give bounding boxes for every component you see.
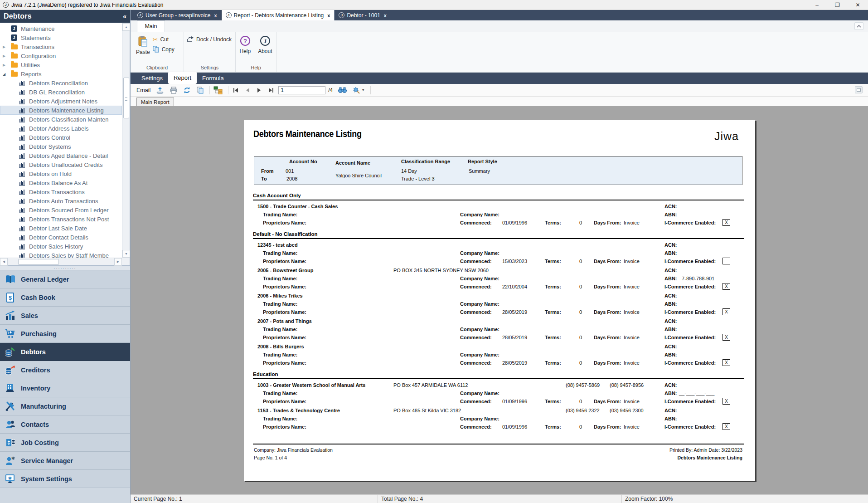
sidebar-item-debtors-sales-by-staff-membe[interactable]: Debtors Sales by Staff Membe: [0, 251, 122, 258]
sidebar-item-debtor-address-labels[interactable]: Debtor Address Labels: [0, 124, 122, 133]
zoom-button[interactable]: ▼: [352, 87, 365, 94]
minimize-button[interactable]: –: [807, 0, 827, 10]
panel-button[interactable]: [855, 86, 863, 93]
paste-button[interactable]: Paste: [133, 34, 153, 65]
sidebar-item-debtors-reconciliation[interactable]: Debtors Reconciliation: [0, 78, 122, 88]
sidebar-item-debtors-control[interactable]: Debtors Control: [0, 133, 122, 142]
sidebar-item-debtors-adjustment-notes[interactable]: Debtors Adjustment Notes: [0, 97, 122, 106]
sidebar-item-debtors-auto-transactions[interactable]: Debtors Auto Transactions: [0, 196, 122, 205]
sidebar-item-maintenance[interactable]: JMaintenance: [0, 24, 122, 33]
company-name-label: Company Name:: [460, 301, 499, 307]
tab-settings[interactable]: Settings: [136, 73, 168, 84]
tab-close-icon[interactable]: x: [214, 13, 217, 18]
module-debtors[interactable]: Debtors: [0, 343, 130, 361]
dock-undock-button[interactable]: Dock / Undock: [187, 34, 232, 65]
ribbon-tab-main[interactable]: Main: [137, 20, 165, 32]
sidebar-item-debtor-contact-details[interactable]: Debtor Contact Details: [0, 233, 122, 242]
days-from-value: Invoice: [624, 220, 640, 225]
module-contacts[interactable]: Contacts: [0, 415, 130, 434]
expand-arrow-icon[interactable]: ▶: [3, 54, 7, 58]
print-button[interactable]: [170, 87, 178, 94]
document-tab-bar: JUser Group - resapiInvoicexJReport - De…: [131, 10, 868, 20]
expand-arrow-icon[interactable]: ▶: [3, 45, 7, 49]
zoom-dropdown-icon[interactable]: ▼: [361, 88, 365, 92]
find-button[interactable]: [338, 87, 347, 93]
tab-close-icon[interactable]: x: [384, 13, 387, 18]
paste-icon: [137, 35, 149, 47]
sidebar-item-debtor-systems[interactable]: Debtor Systems: [0, 142, 122, 151]
module-purchasing[interactable]: Purchasing: [0, 325, 130, 343]
sidebar-item-debtors-on-hold[interactable]: Debtors on Hold: [0, 169, 122, 178]
icommerce-label: I-Commerce Enabled:: [664, 360, 716, 366]
scroll-left-icon[interactable]: ◀: [0, 258, 8, 266]
prev-page-button[interactable]: [246, 88, 250, 93]
group-tree-toggle-button[interactable]: [213, 86, 223, 94]
sidebar-item-debtors-classification-mainten[interactable]: Debtors Classification Mainten: [0, 115, 122, 124]
entry-account-name: 2005 - Bowstreet Group: [257, 268, 313, 273]
sidebar-item-debtors-transactions[interactable]: Debtors Transactions: [0, 187, 122, 196]
sidebar-item-debtors-balance-as-at[interactable]: Debtors Balance As At: [0, 178, 122, 187]
sidebar-collapse-icon[interactable]: «: [123, 13, 126, 20]
scroll-up-icon[interactable]: ▲: [122, 23, 130, 31]
about-button[interactable]: J About: [255, 34, 275, 65]
document-tab-debtor-1001[interactable]: JDebtor - 1001x: [335, 10, 391, 20]
document-tab-report-debtors-maintenance-listing[interactable]: JReport - Debtors Maintenance Listingx: [222, 10, 335, 20]
module-inventory[interactable]: Inventory: [0, 379, 130, 397]
refresh-button[interactable]: [183, 87, 191, 94]
module-label: Cash Book: [21, 294, 55, 301]
export-button[interactable]: [156, 87, 164, 94]
module-creditors[interactable]: Creditors: [0, 361, 130, 379]
scroll-right-icon[interactable]: ▶: [114, 258, 122, 266]
sidebar-item-label: Debtors Sales by Staff Membe: [0, 252, 109, 258]
maximize-button[interactable]: ❐: [827, 0, 848, 10]
copy-button[interactable]: Copy: [153, 46, 175, 53]
module-general-ledger[interactable]: General Ledger: [0, 270, 130, 288]
sidebar-item-configuration[interactable]: ▶Configuration: [0, 51, 122, 60]
scrollbar-thumb[interactable]: [18, 259, 59, 265]
sidebar-item-debtors-sourced-from-ledger[interactable]: Debtors Sourced From Ledger: [0, 205, 122, 215]
main-report-tab[interactable]: Main Report: [136, 98, 174, 106]
sidebar-item-label: Debtor Address Labels: [0, 125, 89, 132]
sidebar-item-db-gl-reconciliation[interactable]: DB GL Reconciliation: [0, 88, 122, 97]
module-job-costing[interactable]: Job Costing: [0, 434, 130, 452]
module-manufacturing[interactable]: Manufacturing: [0, 397, 130, 415]
last-page-button[interactable]: [268, 88, 274, 93]
tree-vertical-scrollbar[interactable]: ▲ ▼: [122, 23, 130, 258]
sidebar-item-debtors-aged-balance-detail[interactable]: Debtors Aged Balance - Detail: [0, 151, 122, 160]
module-system-settings[interactable]: ✱System Settings: [0, 470, 130, 488]
sidebar-item-reports[interactable]: ◢Reports: [0, 69, 122, 78]
page-number-input[interactable]: [278, 86, 325, 94]
sidebar-item-debtors-maintenance-listing[interactable]: Debtors Maintenance Listing: [0, 106, 122, 115]
next-page-button[interactable]: [257, 88, 261, 93]
sidebar-item-debtor-last-sale-date[interactable]: Debtor Last Sale Date: [0, 224, 122, 233]
expand-arrow-icon[interactable]: ▶: [3, 63, 7, 67]
tree-horizontal-scrollbar[interactable]: ◀ ▶: [0, 258, 122, 265]
sidebar-item-debtors-transactions-not-post[interactable]: Debtors Transactions Not Post: [0, 215, 122, 224]
proprietors-name-label: Proprietors Name:: [263, 220, 306, 225]
copy-page-button[interactable]: [196, 87, 204, 94]
tab-report[interactable]: Report: [168, 72, 197, 84]
first-page-button[interactable]: [233, 88, 238, 93]
email-button[interactable]: Email: [136, 87, 150, 93]
collapse-arrow-icon[interactable]: ◢: [3, 72, 7, 76]
sidebar-item-transactions[interactable]: ▶Transactions: [0, 42, 122, 51]
tab-formula[interactable]: Formula: [197, 73, 229, 84]
sidebar-item-debtors-unallocated-credits[interactable]: Debtors Unallocated Credits: [0, 160, 122, 169]
close-button[interactable]: ✕: [848, 0, 868, 10]
sidebar-item-statements[interactable]: JStatements: [0, 33, 122, 42]
sidebar-splitter[interactable]: ··········: [0, 266, 130, 270]
module-service-manager[interactable]: ✱Service Manager: [0, 452, 130, 470]
document-tab-user-group-resapiinvoice[interactable]: JUser Group - resapiInvoicex: [133, 10, 222, 20]
module-sales[interactable]: Sales: [0, 307, 130, 325]
copy-label: Copy: [162, 46, 175, 53]
module-cash-book[interactable]: $Cash Book: [0, 288, 130, 307]
help-button[interactable]: ? Help: [237, 34, 253, 65]
ribbon-collapse-button[interactable]: [854, 22, 863, 30]
cut-button[interactable]: ✂ Cut: [153, 36, 175, 43]
scroll-down-icon[interactable]: ▼: [122, 250, 130, 258]
sidebar-item-utilities[interactable]: ▶Utilities: [0, 60, 122, 69]
help-icon: ?: [240, 35, 251, 46]
scrollbar-thumb[interactable]: [123, 78, 129, 118]
tab-close-icon[interactable]: x: [327, 13, 330, 18]
sidebar-item-debtor-sales-history[interactable]: Debtor Sales History: [0, 242, 122, 251]
